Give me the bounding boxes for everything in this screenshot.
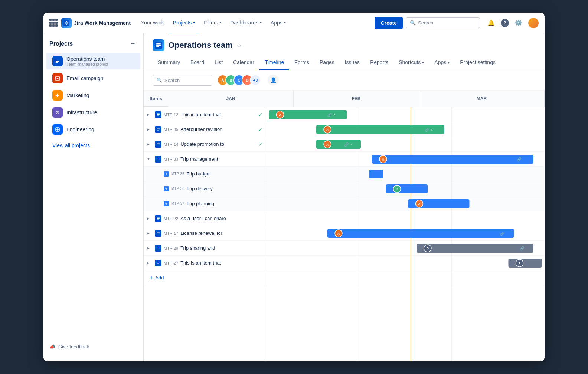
row-chevron: ▶	[147, 246, 153, 250]
status-done-icon: ✓	[258, 112, 263, 118]
story-icon	[155, 126, 161, 133]
item-row-mtp-33[interactable]: ▼ MTP-33 Trip management	[144, 152, 266, 167]
tab-issues[interactable]: Issues	[340, 56, 365, 70]
tab-apps[interactable]: Apps ▾	[429, 56, 455, 70]
bar-row-7	[266, 211, 545, 226]
tab-reports[interactable]: Reports	[365, 56, 393, 70]
help-icon[interactable]: ?	[501, 19, 509, 27]
item-row-mtp-14[interactable]: ▶ MTP-14 Update promotion to ✓	[144, 137, 266, 152]
view-all-projects-link[interactable]: View all projects	[46, 140, 140, 151]
logo-icon	[61, 18, 72, 28]
timeline-container[interactable]: Items JAN FEB MAR	[144, 91, 545, 361]
story-icon	[155, 141, 161, 148]
search-icon: 🔍	[410, 20, 416, 26]
person-filter-icon[interactable]: 👤	[268, 75, 279, 86]
row-chevron-expanded: ▼	[147, 157, 153, 161]
project-icon	[52, 73, 63, 83]
svg-rect-4	[56, 61, 59, 62]
project-title-icon	[153, 39, 164, 51]
chevron-down-icon: ▾	[219, 20, 221, 24]
svg-rect-3	[56, 60, 59, 60]
project-icon	[52, 56, 63, 66]
svg-rect-14	[156, 43, 161, 45]
user-avatar[interactable]	[528, 18, 539, 28]
give-feedback-button[interactable]: 📣 Give feedback	[49, 344, 137, 350]
item-row-mtp-35[interactable]: ▶ MTP-35 Afterburner revision ✓	[144, 122, 266, 137]
project-icon	[52, 124, 63, 135]
item-row-mtp-29[interactable]: ▶ MTP-29 Trip sharing and	[144, 241, 266, 256]
item-row-mtp-36[interactable]: MTP-36 Trip delivery	[144, 181, 266, 196]
bar-row-2	[266, 137, 545, 152]
story-icon	[155, 230, 161, 237]
tab-summary[interactable]: Summary	[153, 56, 185, 70]
nav-links: Your work Projects ▾ Filters ▾ Dashboard…	[137, 13, 290, 33]
grid-menu-icon[interactable]	[49, 19, 58, 27]
nav-action-icons: 🔔 ? ⚙️	[486, 18, 539, 28]
svg-point-1	[65, 22, 68, 24]
sidebar-item-email-campaign[interactable]: Email campaign	[46, 70, 140, 86]
nav-your-work[interactable]: Your work	[137, 13, 169, 33]
sidebar-item-infrastructure[interactable]: Infrastructure	[46, 104, 140, 121]
svg-rect-5	[56, 62, 58, 63]
month-mar: MAR	[419, 91, 545, 107]
month-feb: FEB	[294, 91, 419, 107]
search-bar[interactable]: 🔍 Search	[406, 17, 480, 28]
star-icon[interactable]: ☆	[236, 42, 242, 49]
tab-timeline[interactable]: Timeline	[259, 56, 289, 70]
item-row-mtp-12[interactable]: ▶ MTP-12 This is an item that ✓	[144, 107, 266, 122]
sidebar: Projects + Operations team Team-managed …	[43, 33, 144, 361]
bar-row-3	[266, 152, 545, 167]
bar-row-5	[266, 181, 545, 196]
tab-board[interactable]: Board	[185, 56, 209, 70]
feedback-icon: 📣	[49, 344, 55, 350]
row-chevron: ▶	[147, 216, 153, 220]
row-chevron: ▶	[147, 112, 153, 117]
nav-filters[interactable]: Filters ▾	[199, 13, 226, 33]
content-header: Operations team ☆ Summary Board List Cal…	[144, 33, 545, 70]
tab-calendar[interactable]: Calendar	[228, 56, 259, 70]
tab-list[interactable]: List	[209, 56, 228, 70]
item-row-mtp-37[interactable]: MTP-37 Trip planning	[144, 196, 266, 211]
add-project-button[interactable]: +	[128, 39, 137, 48]
item-row-mtp-22[interactable]: ▶ MTP-22 As a user I can share	[144, 211, 266, 226]
row-chevron: ▶	[147, 127, 153, 131]
bar-row-8	[266, 226, 545, 241]
sidebar-item-marketing[interactable]: Marketing	[46, 87, 140, 104]
project-icon	[52, 107, 63, 118]
bar-row-10	[266, 256, 545, 270]
tab-project-settings[interactable]: Project settings	[455, 56, 501, 70]
settings-icon[interactable]: ⚙️	[513, 18, 524, 28]
main-body: Projects + Operations team Team-managed …	[43, 33, 545, 361]
svg-rect-16	[156, 46, 159, 47]
app-logo[interactable]: Jira Work Management	[61, 18, 131, 28]
bar-row-9	[266, 241, 545, 256]
plus-icon: +	[150, 275, 153, 281]
project-icon	[52, 90, 63, 101]
chevron-down-icon: ▾	[422, 60, 424, 65]
project-title-row: Operations team ☆	[153, 39, 536, 51]
tab-pages[interactable]: Pages	[314, 56, 340, 70]
bar-row-0	[266, 107, 545, 122]
sidebar-item-engineering[interactable]: Engineering	[46, 121, 140, 138]
nav-apps[interactable]: Apps ▾	[266, 13, 290, 33]
tab-shortcuts[interactable]: Shortcuts ▾	[393, 56, 429, 70]
months-header: JAN FEB MAR	[168, 91, 545, 107]
sidebar-footer: 📣 Give feedback	[43, 338, 143, 355]
timeline-search[interactable]: 🔍 Search	[153, 75, 212, 86]
item-row-mtp-17[interactable]: ▶ MTP-17 License renewal for	[144, 226, 266, 241]
app-name: Jira Work Management	[74, 20, 131, 26]
notifications-icon[interactable]: 🔔	[486, 18, 496, 28]
item-row-mtp-35b[interactable]: MTP-35 Trip budget	[144, 167, 266, 181]
tab-forms[interactable]: Forms	[289, 56, 314, 70]
assignee-avatars: A B C D +3	[217, 75, 261, 86]
more-avatars[interactable]: +3	[250, 75, 261, 86]
nav-projects[interactable]: Projects ▾	[169, 13, 200, 33]
main-content: Operations team ☆ Summary Board List Cal…	[144, 33, 545, 361]
sidebar-header: Projects +	[43, 39, 143, 53]
nav-dashboards[interactable]: Dashboards ▾	[226, 13, 266, 33]
top-navigation: Jira Work Management Your work Projects …	[43, 13, 545, 33]
create-button[interactable]: Create	[375, 17, 403, 29]
sidebar-item-operations-team[interactable]: Operations team Team-managed project	[46, 53, 140, 69]
item-row-mtp-27[interactable]: ▶ MTP-27 This is an item that	[144, 256, 266, 270]
add-item-button[interactable]: + Add	[144, 270, 266, 285]
